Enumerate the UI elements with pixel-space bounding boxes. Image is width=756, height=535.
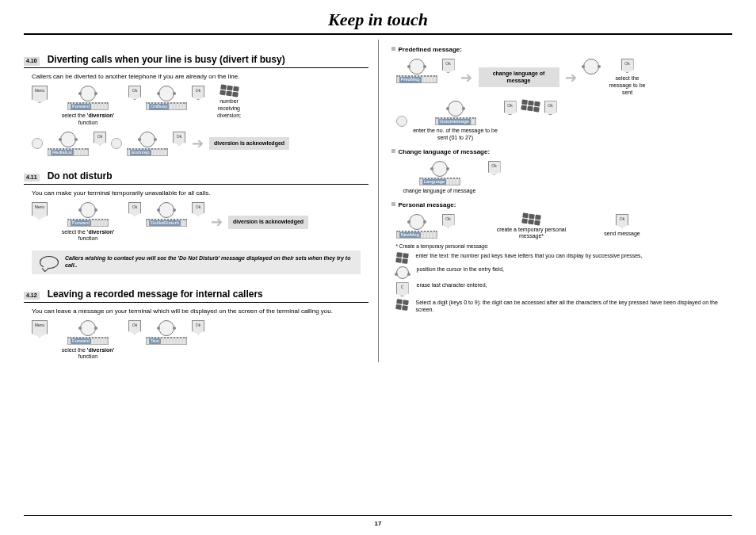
menu-key-icon: Menu [32,320,48,338]
info-text: position the cursor in the entry field, [417,266,505,273]
ok-key-icon: Ok [128,86,141,100]
page-number: 17 [0,520,756,527]
info-row-4: Select a digit (keys 0 to 9): the digit … [396,300,733,314]
flow-predef-row1: PredMsg Ok ➔ change language of message … [396,59,733,96]
subhead-personal: Personal message: [391,201,733,209]
navigator-icon [583,59,599,75]
flow-predef-row2: Gotomessage enter the no. of the message… [396,101,733,142]
nav-newmsg: NewMsg [396,214,437,239]
section-head-410: 4.10 Diverting calls when your line is b… [24,54,368,68]
ok-key-icon: Ok [504,101,517,115]
arrow-right-icon: ➔ [209,214,223,230]
ack-box: diversion is acknowledged [209,137,289,151]
menu-key-icon: Menu [32,202,48,220]
ok-key-icon: Ok [442,59,455,73]
nav-predmsg: PredMsg [396,59,437,83]
subhead-predefined: Predefined message: [391,46,733,54]
section-intro: Callers can be diverted to another telep… [32,73,368,81]
ok-key-icon: Ok [192,86,204,100]
section-num: 4.11 [24,174,40,182]
page-title: Keep in touch [0,10,756,30]
section-head-411: 4.11 Do not disturb [24,170,368,185]
keypad-icon [395,299,409,311]
info-text: Select a digit (keys 0 to 9): the digit … [416,300,733,314]
nav-forward: Forward select the 'diversion' function [52,320,124,361]
dot-button-icon [111,138,122,149]
keypad-icon [395,252,409,264]
nav-gotomsg: Gotomessage enter the no. of the message… [412,101,499,142]
menu-key-icon: Menu [32,86,48,103]
nav-forward: Forward select the 'diversion' function [52,202,124,243]
c-key-icon: C [396,282,409,296]
ok-key-icon: Ok [94,132,106,146]
column-divider [378,40,379,362]
flow-pers: NewMsg Ok create a temporary personal me… [396,214,733,241]
info-row-1: enter the text: the number pad keys have… [396,253,733,263]
ok-key-icon: Ok select the message to be sent [604,59,651,96]
nav-onbusy: OnBusy [146,86,187,110]
ok-key-icon: Ok send message [601,214,644,238]
flow-412-row1: Menu Forward select the 'diversion' func… [32,320,368,361]
flow-410-row1: Menu Forward select the 'diversion' func… [32,86,368,127]
nav-forward: Forward select the 'diversion' function [52,86,124,127]
navigator-icon [158,86,174,101]
navigator-icon [80,202,96,218]
navigator-icon [409,214,425,230]
nav-redial: RedialLst [48,132,89,156]
left-column: 4.10 Diverting calls when your line is b… [24,40,376,362]
footnote-create-msg: * Create a temporary personal message: [396,243,733,250]
ok-key-icon: Ok [192,202,204,216]
note-text: Callers wishing to contact you will see … [65,255,353,269]
ok-key-icon: Ok [173,132,185,146]
section-intro: You can make your terminal temporarily u… [32,189,368,197]
dot-button-icon [32,138,43,149]
ack-box: diversion is acknowledged [228,216,308,229]
info-text: enter the text: the number pad keys have… [416,253,643,260]
note-callout: Callers wishing to contact you will see … [32,250,361,274]
flow-411-row1: Menu Forward select the 'diversion' func… [32,202,368,243]
section-head-412: 4.12 Leaving a recorded message for inte… [24,289,368,303]
navigator-icon [432,161,448,177]
nav-endurep: Endurep [127,132,168,156]
arrow-right-icon: ➔ [190,136,204,151]
section-title: Do not disturb [48,170,113,182]
section-num: 4.10 [24,57,40,66]
arrow-right-icon: ➔ [460,70,474,86]
top-rule [24,33,732,35]
navigator-icon [396,266,409,279]
flow-lang: Language change language of message Ok [396,161,733,195]
section-num: 4.12 [24,292,40,300]
info-row-2: position the cursor in the entry field, [396,266,733,279]
ok-key-icon: Ok [128,202,141,216]
ok-key-icon: Ok [442,214,455,228]
section-title: Leaving a recorded message for internal … [48,289,263,300]
ok-key-icon: Ok [488,161,501,175]
nav-select-msg [583,59,599,75]
navigator-icon [409,59,425,75]
section-intro: You can leave a message on your terminal… [32,308,368,315]
navigator-icon [158,320,174,336]
content-columns: 4.10 Diverting calls when your line is b… [0,40,756,362]
ok-key-icon: Ok [192,320,204,334]
navigator-icon [139,132,155,147]
flow-410-row2: RedialLst Ok Endurep Ok ➔ diversion is a… [32,132,368,156]
nav-text: Text [146,320,187,345]
change-lang-box: change language of message [479,67,559,88]
ok-key-icon: Ok [544,101,557,115]
info-text: erase last character entered, [417,282,487,289]
navigator-icon [448,101,464,117]
dot-button-icon [396,116,407,127]
navigator-icon [60,132,76,147]
nav-language: Language change language of message [396,161,483,195]
info-row-3: C erase last character entered, [396,282,733,296]
bottom-rule [24,515,732,516]
navigator-icon [80,86,96,101]
arrow-right-icon: ➔ [564,70,578,86]
subhead-lang: Change language of message: [391,148,733,156]
ok-key-icon: Ok [128,320,141,334]
keypad-icon: create a temporary personal message* [496,214,567,241]
keypad-icon: number receiving diversion; [209,86,249,119]
section-title: Diverting calls when your line is busy (… [48,54,285,66]
nav-dnd: DoNotDisturb [146,202,187,227]
right-column: Predefined message: PredMsg Ok ➔ change … [380,40,733,362]
